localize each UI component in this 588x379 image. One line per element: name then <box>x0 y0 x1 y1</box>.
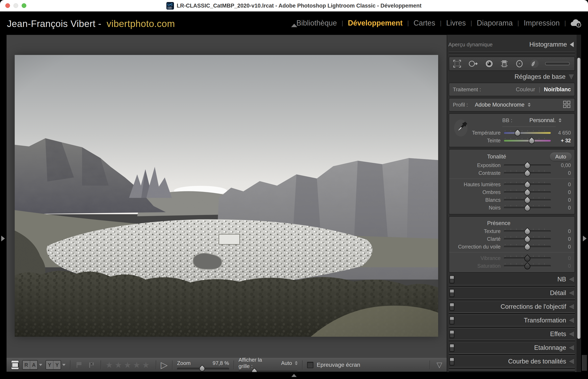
panel-toggle-switch[interactable] <box>449 289 454 297</box>
shadows-slider[interactable] <box>504 188 551 196</box>
star-rating-control[interactable]: ★★★★★ <box>106 361 151 369</box>
dehaze-slider[interactable] <box>504 243 551 251</box>
treatment-bw-option[interactable]: Noir/blanc <box>544 86 571 93</box>
panel-header-nb[interactable]: NB <box>447 274 577 284</box>
top-panel-reveal-arrow[interactable] <box>291 24 297 27</box>
panel-toggle-switch[interactable] <box>449 303 454 311</box>
tint-value[interactable]: + 32 <box>551 138 574 143</box>
texture-value[interactable]: 0 <box>551 228 574 234</box>
compare-view-button[interactable]: R A <box>22 360 38 370</box>
module-bibliotheque[interactable]: Bibliothèque <box>296 19 337 27</box>
panel-header-transform[interactable]: Transformation <box>447 316 577 325</box>
panel-header-calibration[interactable]: Etalonnage <box>447 343 577 353</box>
panel-header-detail[interactable]: Détail <box>447 288 577 298</box>
photo-canvas[interactable] <box>15 55 438 337</box>
grid-mode-caret[interactable] <box>295 361 298 365</box>
panel-toggle-switch[interactable] <box>449 358 454 365</box>
module-livres[interactable]: Livres <box>446 19 466 27</box>
whites-slider[interactable] <box>504 196 551 204</box>
blacks-value[interactable]: 0 <box>551 205 574 211</box>
identity-site-link[interactable]: vibertphoto.com <box>107 18 175 29</box>
graduated-filter-tool-icon[interactable] <box>500 59 509 68</box>
close-window-button[interactable] <box>5 3 10 8</box>
panel-scrollbar-track[interactable] <box>577 35 581 372</box>
right-panel-collapse-arrow[interactable] <box>583 236 587 241</box>
shadows-value[interactable]: 0 <box>551 189 574 195</box>
filmstrip-reveal-arrow[interactable] <box>291 374 297 377</box>
clarity-slider[interactable] <box>504 235 551 243</box>
contrast-value[interactable]: 0 <box>551 170 574 176</box>
exposure-slider-thumb[interactable] <box>523 161 531 170</box>
left-panel-strip <box>0 35 7 372</box>
reject-flag-button[interactable] <box>87 360 96 369</box>
histogram-panel-header[interactable]: Histogramme <box>529 41 574 48</box>
white-balance-box: BB : Personnal. Température 4 650 Teinte <box>449 113 575 147</box>
exposure-slider[interactable] <box>504 161 551 169</box>
svg-text:!: ! <box>578 23 579 27</box>
auto-tone-button[interactable]: Auto <box>550 153 572 161</box>
presence-box: Présence Texture 0 Clarté 0 Correction <box>449 216 575 273</box>
wb-preset-value[interactable]: Personnal. <box>529 117 561 124</box>
clarity-value[interactable]: 0 <box>551 236 574 242</box>
texture-slider[interactable] <box>504 227 551 235</box>
radial-filter-tool-icon[interactable] <box>515 59 524 68</box>
module-cartes[interactable]: Cartes <box>414 19 435 27</box>
panel-resize-grip[interactable] <box>582 355 587 371</box>
module-diaporama[interactable]: Diaporama <box>477 19 513 27</box>
loupe-view-button[interactable] <box>11 360 19 370</box>
vibrance-slider-disabled <box>504 254 551 262</box>
tint-slider[interactable] <box>504 137 551 144</box>
crop-tool-icon[interactable] <box>452 59 462 68</box>
panel-divider <box>449 353 575 356</box>
grid-overlay-control: Afficher la grille : Auto <box>238 357 298 373</box>
profile-value[interactable]: Adobe Monochrome <box>475 102 525 108</box>
panel-scrollbar-thumb[interactable] <box>577 58 581 339</box>
dehaze-value[interactable]: 0 <box>551 244 574 250</box>
profile-caret[interactable] <box>528 103 531 107</box>
contrast-slider[interactable] <box>504 169 551 177</box>
titlebar[interactable]: LrC CAT LR-CLASSIC_CatMBP_2020-v10.lrcat… <box>0 0 588 11</box>
panel-header-lens-corrections[interactable]: Corrections de l'objectif <box>447 302 577 312</box>
pick-flag-button[interactable] <box>75 360 84 369</box>
whites-value[interactable]: 0 <box>551 197 574 203</box>
impromptu-slideshow-button[interactable]: ▷ <box>161 360 168 369</box>
exposure-value[interactable]: 0,00 <box>551 162 574 168</box>
toolbar-content-menu-button[interactable]: ▽ <box>436 361 442 369</box>
fullscreen-window-button[interactable] <box>22 3 26 8</box>
grid-mode-value[interactable]: Auto <box>281 360 292 366</box>
sync-status-cloud-icon[interactable]: ! <box>570 19 582 28</box>
healing-tool-icon[interactable] <box>468 59 479 68</box>
panel-toggle-switch[interactable] <box>449 316 454 324</box>
panel-header-effects[interactable]: Effets <box>447 329 577 339</box>
panel-toggle-switch[interactable] <box>449 275 454 283</box>
highlights-value[interactable]: 0 <box>551 182 574 188</box>
softproof-checkbox[interactable] <box>307 362 313 368</box>
temperature-value[interactable]: 4 650 <box>551 130 574 136</box>
panel-toggle-switch[interactable] <box>449 344 454 352</box>
red-eye-tool-icon[interactable] <box>485 59 494 68</box>
profile-browser-icon[interactable] <box>563 100 571 109</box>
basic-panel-header[interactable]: Réglages de base <box>447 71 577 83</box>
left-panel-reveal-arrow[interactable] <box>1 236 5 241</box>
treatment-color-option[interactable]: Couleur <box>516 86 535 93</box>
temperature-slider[interactable] <box>504 129 551 137</box>
panel-header-tone-curve[interactable]: Courbe des tonalités <box>447 357 577 366</box>
compare-options-caret[interactable] <box>39 364 42 366</box>
adjustment-brush-tool-icon[interactable] <box>530 59 539 68</box>
minimize-window-button[interactable] <box>14 3 18 8</box>
panel-toggle-switch[interactable] <box>449 330 454 338</box>
before-after-view-button[interactable]: Y Y <box>46 360 61 370</box>
panel-divider <box>449 285 575 287</box>
highlights-slider[interactable] <box>504 180 551 188</box>
exposure-row: Exposition 0,00 <box>449 161 574 169</box>
module-developpement[interactable]: Développement <box>348 19 402 27</box>
identity-plate[interactable]: Jean-François Vibert - vibertphoto.com <box>7 18 175 29</box>
white-balance-eyedropper-icon[interactable] <box>453 118 469 138</box>
blacks-slider[interactable] <box>504 204 551 212</box>
module-impression[interactable]: Impression <box>524 19 560 27</box>
before-after-options-caret[interactable] <box>62 364 65 366</box>
wb-preset-caret[interactable] <box>558 118 561 122</box>
zoom-slider[interactable] <box>177 368 229 370</box>
treatment-box: Traitement : Couleur | Noir/blanc <box>449 83 575 96</box>
disclosure-dots-icon <box>569 291 574 296</box>
